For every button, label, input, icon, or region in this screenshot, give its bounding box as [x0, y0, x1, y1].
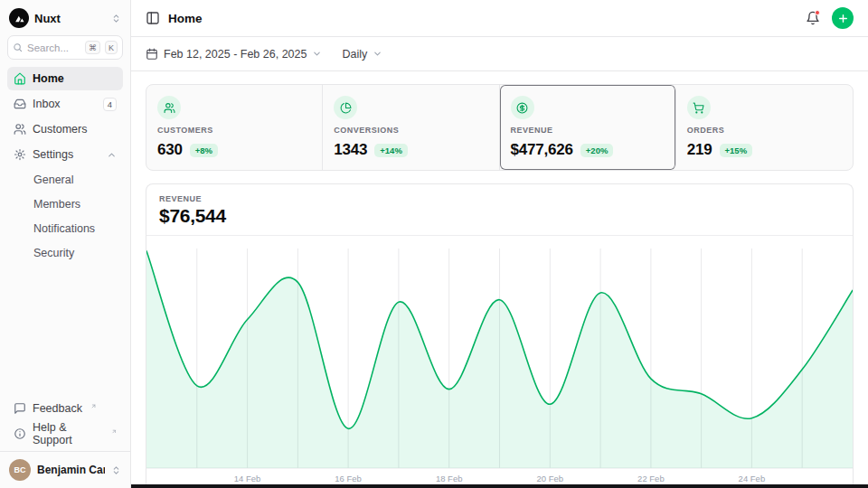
search-icon — [13, 42, 23, 52]
kbd-k: K — [105, 41, 118, 54]
gear-icon — [14, 148, 26, 161]
subitem-label: Security — [33, 247, 74, 259]
info-circle-icon — [14, 427, 26, 440]
workspace-switcher[interactable]: Nuxt — [0, 0, 130, 33]
stat-delta-badge: +14% — [374, 144, 408, 157]
home-icon — [14, 72, 26, 85]
plus-icon — [837, 13, 849, 24]
chart-card-value: $76,544 — [159, 205, 840, 227]
sidebar-subitem-notifications[interactable]: Notifications — [7, 217, 123, 239]
user-menu[interactable]: BC Benjamin Canac — [0, 451, 130, 488]
sidebar: Nuxt Search... ⌘ K Home Inbox 4 Customer… — [0, 0, 131, 488]
sidebar-subitem-members[interactable]: Members — [7, 192, 123, 215]
external-link-icon — [111, 428, 117, 435]
notification-dot — [815, 10, 820, 15]
filters-toolbar: Feb 12, 2025 - Feb 26, 2025 Daily — [131, 37, 868, 71]
kbd-meta: ⌘ — [85, 41, 100, 54]
stat-value: 219 — [687, 141, 712, 159]
stat-revenue[interactable]: REVENUE $477,626 +20% — [500, 85, 676, 170]
sidebar-spacer — [0, 264, 130, 393]
granularity-label: Daily — [342, 48, 367, 61]
stat-delta-badge: +15% — [720, 144, 753, 157]
sidebar-item-inbox[interactable]: Inbox 4 — [7, 92, 123, 116]
svg-text:20 Feb: 20 Feb — [537, 474, 564, 483]
external-link-icon — [90, 403, 97, 409]
sidebar-subitem-general[interactable]: General — [7, 168, 123, 191]
users-icon — [14, 123, 26, 136]
dollar-circle-icon — [511, 96, 534, 119]
subitem-label: Notifications — [33, 222, 95, 235]
add-button[interactable] — [832, 7, 854, 29]
subitem-label: Members — [33, 198, 80, 211]
search-placeholder: Search... — [27, 42, 80, 53]
panel-left-icon[interactable] — [146, 11, 160, 25]
main-area: Home Feb 12, 2025 - Feb 26, 2025 Daily — [131, 0, 868, 488]
avatar: BC — [9, 459, 31, 481]
page-title: Home — [168, 12, 203, 25]
nuxt-logo-icon — [9, 8, 29, 28]
sidebar-item-customers[interactable]: Customers — [7, 117, 123, 141]
svg-text:24 Feb: 24 Feb — [739, 474, 766, 483]
page-header: Home — [131, 0, 868, 37]
stat-delta-badge: +20% — [580, 144, 614, 157]
sidebar-item-label: Customers — [33, 123, 87, 136]
revenue-chart-card: REVENUE $76,544 14 Feb16 Feb18 Feb20 Feb… — [146, 183, 854, 488]
stat-orders[interactable]: ORDERS 219 +15% — [676, 85, 853, 170]
sidebar-item-label: Settings — [33, 148, 73, 161]
subitem-label: General — [33, 174, 73, 186]
window-bottom-edge — [131, 484, 868, 488]
dashboard-app: Nuxt Search... ⌘ K Home Inbox 4 Customer… — [0, 0, 868, 488]
svg-text:18 Feb: 18 Feb — [436, 474, 463, 483]
users-icon — [157, 96, 181, 119]
svg-text:16 Feb: 16 Feb — [335, 474, 362, 483]
sidebar-item-label: Inbox — [33, 98, 61, 110]
stat-label: CUSTOMERS — [157, 126, 311, 135]
chevron-down-icon — [312, 49, 322, 59]
stat-conversions[interactable]: CONVERSIONS 1343 +14% — [323, 85, 499, 170]
chart-card-label: REVENUE — [159, 194, 840, 203]
feedback-label: Feedback — [33, 402, 82, 415]
page-content: CUSTOMERS 630 +8% CONVERSIONS 1343 +14% — [131, 71, 868, 488]
help-support-link[interactable]: Help & Support — [7, 422, 123, 446]
stat-customers[interactable]: CUSTOMERS 630 +8% — [146, 85, 323, 170]
user-name: Benjamin Canac — [37, 464, 105, 476]
help-support-label: Help & Support — [33, 421, 103, 446]
stat-label: REVENUE — [511, 126, 665, 135]
notifications-button[interactable] — [806, 11, 820, 25]
revenue-area-chart-svg: 14 Feb16 Feb18 Feb20 Feb22 Feb24 Feb — [146, 236, 853, 488]
granularity-select[interactable]: Daily — [342, 48, 382, 61]
cart-icon — [687, 96, 711, 119]
sidebar-subitem-security[interactable]: Security — [7, 241, 123, 264]
chevron-down-icon — [373, 49, 382, 59]
date-range-picker[interactable]: Feb 12, 2025 - Feb 26, 2025 — [146, 48, 322, 61]
message-icon — [14, 402, 26, 415]
stat-label: CONVERSIONS — [334, 126, 487, 135]
chevrons-up-down-icon — [111, 465, 121, 475]
header-actions — [806, 7, 854, 29]
stat-value: $477,626 — [511, 141, 573, 159]
svg-text:22 Feb: 22 Feb — [637, 474, 665, 483]
workspace-name: Nuxt — [34, 12, 106, 25]
sidebar-item-settings[interactable]: Settings — [7, 143, 123, 166]
search-input[interactable]: Search... ⌘ K — [7, 35, 123, 60]
stat-value: 1343 — [334, 141, 367, 159]
stat-label: ORDERS — [687, 126, 842, 135]
feedback-link[interactable]: Feedback — [7, 397, 123, 420]
chart-card-header: REVENUE $76,544 — [146, 184, 853, 236]
sidebar-item-label: Home — [33, 72, 64, 85]
pie-chart-icon — [334, 96, 357, 119]
chevrons-up-down-icon — [111, 14, 121, 23]
inbox-icon — [14, 98, 26, 110]
svg-text:14 Feb: 14 Feb — [234, 474, 261, 483]
sidebar-item-home[interactable]: Home — [7, 67, 123, 90]
sidebar-nav: Home Inbox 4 Customers Settings General … — [0, 67, 130, 264]
stat-value: 630 — [157, 141, 183, 159]
stats-strip: CUSTOMERS 630 +8% CONVERSIONS 1343 +14% — [146, 84, 854, 171]
revenue-chart[interactable]: 14 Feb16 Feb18 Feb20 Feb22 Feb24 Feb — [146, 236, 853, 488]
sidebar-footer: Feedback Help & Support — [0, 393, 130, 451]
calendar-icon — [146, 48, 158, 61]
stat-delta-badge: +8% — [190, 144, 218, 157]
date-range-label: Feb 12, 2025 - Feb 26, 2025 — [164, 48, 307, 61]
inbox-count-badge: 4 — [103, 98, 117, 111]
chevron-up-icon — [107, 150, 117, 160]
